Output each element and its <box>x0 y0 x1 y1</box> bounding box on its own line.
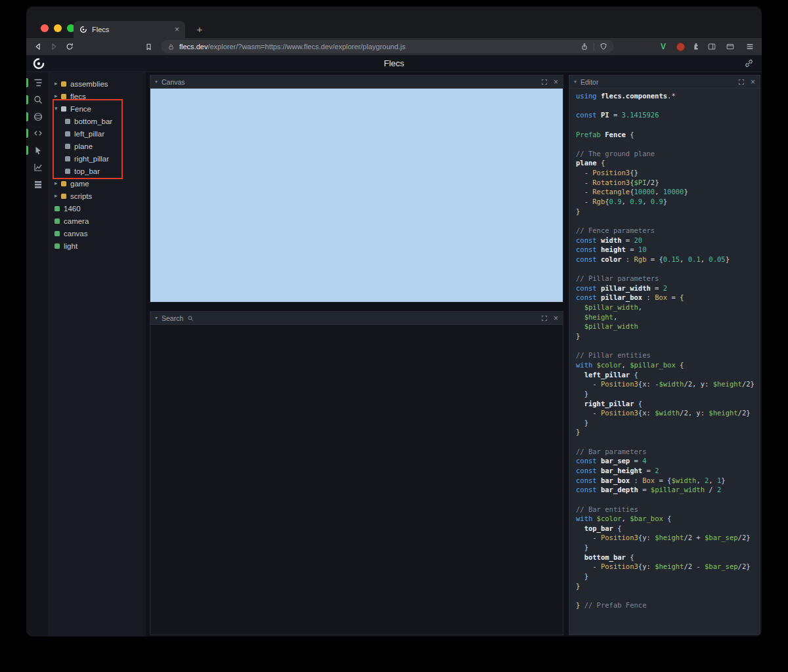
code-line <box>576 101 760 111</box>
code-token: // Bar entities <box>576 505 638 513</box>
canvas-viewport[interactable] <box>150 89 563 302</box>
flecs-logo[interactable] <box>32 57 45 70</box>
code-line: const bar_box : Box = {$width, 2, 1} <box>576 476 760 486</box>
code-token: 0.9 <box>609 198 622 205</box>
active-indicator <box>26 112 28 121</box>
code-token <box>576 303 584 311</box>
code-token: , <box>622 361 630 369</box>
code-token: right_pillar <box>584 400 634 408</box>
code-token: /2, y: <box>680 409 709 417</box>
code-token: = <box>630 457 642 465</box>
share-icon[interactable] <box>580 43 588 51</box>
code-line: } // Prefab Fence <box>576 600 760 610</box>
bookmark-icon[interactable] <box>142 40 155 53</box>
code-line: right_pillar { <box>576 399 760 409</box>
side-panel-button[interactable] <box>705 40 718 53</box>
code-token: $bar_sep <box>705 562 738 570</box>
code-token: pillar_width <box>601 284 651 292</box>
search-results-area[interactable] <box>150 325 563 635</box>
shield-icon[interactable] <box>600 43 607 51</box>
tree-item-camera[interactable]: camera <box>49 215 146 227</box>
back-button[interactable] <box>32 40 45 53</box>
tree-item-bottom_bar[interactable]: bottom_bar <box>49 115 146 127</box>
extensions-puzzle-button[interactable] <box>690 40 703 53</box>
editor-panel-header[interactable]: ▾ Editor × <box>569 75 760 89</box>
chevron-right-icon[interactable]: ▸ <box>55 193 61 199</box>
menu-button[interactable] <box>743 40 756 53</box>
code-token: 0.9 <box>651 198 663 205</box>
tree-item-label: bottom_bar <box>74 117 112 125</box>
rail-button-tree-icon[interactable] <box>26 75 49 91</box>
code-token: , <box>613 313 617 321</box>
tab-close-icon[interactable]: × <box>175 26 179 33</box>
address-bar[interactable]: flecs.dev/explorer/?wasm=https://www.fle… <box>161 40 614 53</box>
chevron-right-icon[interactable]: ▸ <box>55 81 61 87</box>
tree-item-game[interactable]: ▸game <box>49 177 146 190</box>
canvas-panel-header[interactable]: ▾ Canvas × <box>150 75 563 89</box>
new-tab-button[interactable]: + <box>193 23 206 36</box>
chevron-right-icon[interactable]: ▸ <box>55 93 61 99</box>
code-line: } <box>576 581 760 591</box>
code-token: } <box>576 390 588 398</box>
tree-item-top_bar[interactable]: top_bar <box>49 165 146 177</box>
tree-item-Fence[interactable]: ▾Fence <box>49 102 146 115</box>
code-line: // Pillar parameters <box>576 274 760 284</box>
tab-title: Flecs <box>92 26 170 33</box>
rail-button-cursor-icon[interactable] <box>26 142 49 158</box>
window-close-button[interactable] <box>41 24 49 32</box>
browser-tab[interactable]: Flecs × <box>74 21 185 38</box>
extension-vimium-button[interactable]: V <box>657 40 670 53</box>
code-line: const width = 20 <box>576 236 760 245</box>
window-minimize-button[interactable] <box>54 24 62 32</box>
tree-item-light[interactable]: light <box>49 240 146 252</box>
stack-icon <box>33 179 43 190</box>
code-token: : <box>630 476 642 484</box>
expand-icon[interactable] <box>541 79 548 85</box>
code-token: Rectangle <box>592 188 630 196</box>
expand-icon[interactable] <box>541 315 548 322</box>
tree-item-left_pillar[interactable]: left_pillar <box>49 127 146 140</box>
tree-item-assemblies[interactable]: ▸assemblies <box>49 77 146 90</box>
puzzle-icon <box>691 42 701 51</box>
tree-item-canvas[interactable]: canvas <box>49 227 146 240</box>
close-icon[interactable]: × <box>751 78 755 86</box>
code-token: // The ground plane <box>576 150 655 158</box>
tree-item-label: canvas <box>64 230 87 238</box>
chevron-down-icon[interactable]: ▾ <box>155 316 158 321</box>
tree-item-right_pillar[interactable]: right_pillar <box>49 152 146 165</box>
share-link-button[interactable] <box>744 58 754 68</box>
tree-item-flecs[interactable]: ▸flecs <box>49 90 146 102</box>
extension-adblock-button[interactable] <box>674 40 687 53</box>
code-token: $width <box>655 409 680 417</box>
tree-item-plane[interactable]: plane <box>49 140 146 152</box>
tree-item-scripts[interactable]: ▸scripts <box>49 190 146 202</box>
tree-item-1460[interactable]: 1460 <box>49 202 146 215</box>
code-line: using flecs.components.* <box>576 91 760 101</box>
rail-button-search-icon[interactable] <box>26 92 49 108</box>
close-icon[interactable]: × <box>554 314 558 322</box>
chevron-down-icon[interactable]: ▾ <box>155 79 158 85</box>
rail-button-stack-icon[interactable] <box>26 177 49 192</box>
code-token: = <box>622 236 634 244</box>
expand-icon[interactable] <box>738 79 745 85</box>
code-token: bar_sep <box>601 457 630 465</box>
code-token: 10000 <box>663 188 684 196</box>
code-token: - <box>576 380 601 388</box>
chevron-down-icon[interactable]: ▾ <box>55 106 61 112</box>
forward-button[interactable] <box>47 40 60 53</box>
code-token: 3.1415926 <box>622 111 659 119</box>
rail-button-sphere-icon[interactable] <box>26 109 49 125</box>
code-token: , <box>655 188 663 196</box>
rail-button-code-icon[interactable] <box>26 125 49 141</box>
close-icon[interactable]: × <box>554 78 558 86</box>
chevron-down-icon[interactable]: ▾ <box>574 79 577 85</box>
code-token <box>576 322 584 330</box>
reload-button[interactable] <box>63 40 76 53</box>
rail-button-chart-icon[interactable] <box>26 159 49 175</box>
chevron-right-icon[interactable]: ▸ <box>55 180 61 186</box>
code-editor[interactable]: using flecs.components.* const PI = 3.14… <box>569 89 760 635</box>
search-panel-header[interactable]: ▾ Search × <box>150 312 563 325</box>
wallet-button[interactable] <box>724 40 737 53</box>
code-token: $bar_sep <box>705 534 738 541</box>
active-indicator <box>26 95 28 104</box>
